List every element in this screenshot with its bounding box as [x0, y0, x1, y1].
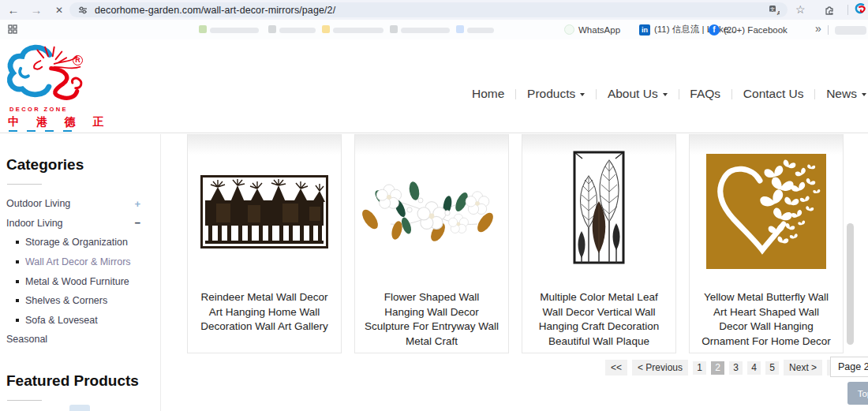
- address-bar[interactable]: decorhome-garden.com/wall-art-decor-mirr…: [69, 2, 788, 17]
- bookmark-star-icon[interactable]: ☆: [795, 3, 806, 16]
- pagination-first-button[interactable]: <<: [605, 360, 627, 376]
- nav-label: Products: [527, 87, 575, 101]
- pagination-page-3[interactable]: 3: [729, 361, 743, 375]
- faded-bookmark[interactable]: [210, 28, 259, 33]
- url-text[interactable]: decorhome-garden.com/wall-art-decor-mirr…: [95, 5, 335, 16]
- main-navigation: Home Products About Us FAQs Contact Us N…: [472, 86, 866, 102]
- pagination-page-2-current[interactable]: 2: [711, 361, 724, 375]
- faded-bookmark[interactable]: [835, 26, 866, 35]
- category-wall-art-decor-mirrors[interactable]: Wall Art Decor & Mirrors: [6, 252, 158, 272]
- product-title[interactable]: Flower Shaped Wall Hanging Wall Decor Sc…: [355, 290, 508, 349]
- pagination-page-4[interactable]: 4: [747, 361, 761, 375]
- nav-item-news[interactable]: News: [826, 87, 866, 101]
- expand-plus-icon[interactable]: +: [134, 198, 140, 210]
- collapse-minus-icon[interactable]: −: [134, 217, 140, 229]
- nav-item-home[interactable]: Home: [472, 87, 504, 101]
- faded-bookmark-icon[interactable]: [456, 25, 464, 33]
- nav-separator: [814, 89, 815, 99]
- product-title[interactable]: Multiple Color Metal Leaf Wall Decor Ver…: [522, 290, 675, 349]
- faded-bookmark[interactable]: [401, 28, 450, 33]
- extensions-icon[interactable]: [824, 4, 836, 16]
- nav-item-products[interactable]: Products: [527, 87, 585, 101]
- product-title[interactable]: Reindeer Metal Wall Decor Art Hanging Ho…: [188, 290, 341, 334]
- category-label: Metal & Wood Furniture: [25, 276, 129, 287]
- page-status-box: Page 2 / 5: [830, 357, 868, 377]
- category-label: Shelves & Corners: [25, 295, 107, 306]
- square-bullet-icon: [16, 280, 19, 283]
- category-seasonal[interactable]: Seasonal: [6, 330, 158, 349]
- product-image: [188, 144, 341, 279]
- nav-separator: [731, 89, 732, 99]
- category-label: Storage & Organization: [25, 237, 128, 248]
- svg-text:A: A: [777, 9, 780, 16]
- nav-label: News: [826, 87, 857, 101]
- bookmarks-divider: [828, 25, 829, 35]
- pagination-previous-button[interactable]: < Previous: [632, 360, 688, 376]
- square-bullet-icon: [16, 299, 19, 302]
- nav-item-faqs[interactable]: FAQs: [690, 87, 720, 101]
- category-label: Wall Art Decor & Mirrors: [25, 256, 131, 267]
- pagination-page-5[interactable]: 5: [765, 361, 779, 375]
- scrollbar-thumb[interactable]: [847, 223, 854, 345]
- metal-leaf-frame-image: [570, 149, 628, 274]
- bookmark-label: (20+) Facebook: [724, 25, 788, 35]
- back-to-top-button[interactable]: Top: [847, 382, 868, 405]
- faded-bookmark-icon[interactable]: [268, 25, 276, 33]
- featured-products-heading: Featured Products: [6, 372, 139, 390]
- translate-icon[interactable]: 文 A: [769, 5, 780, 16]
- chevron-down-icon: [580, 93, 585, 96]
- product-title[interactable]: Yellow Metal Butterfly Wall Art Heart Sh…: [690, 290, 843, 349]
- bookmark-label: WhatsApp: [578, 25, 620, 35]
- square-bullet-icon: [16, 319, 19, 322]
- faded-bookmark[interactable]: [279, 28, 316, 33]
- category-label: Seasonal: [6, 334, 47, 345]
- linkedin-icon: in: [639, 24, 650, 35]
- category-label: Outdoor Living: [6, 198, 70, 209]
- category-outdoor-living[interactable]: Outdoor Living +: [6, 194, 158, 214]
- nav-item-contact-us[interactable]: Contact Us: [743, 87, 804, 101]
- featured-product-peek: [69, 405, 90, 411]
- site-info-icon[interactable]: [78, 6, 88, 15]
- bookmark-whatsapp[interactable]: WhatsApp: [564, 23, 620, 36]
- product-card-leaf[interactable]: Multiple Color Metal Leaf Wall Decor Ver…: [522, 134, 676, 353]
- nav-label: About Us: [608, 87, 658, 101]
- apps-grid-icon[interactable]: [8, 24, 17, 34]
- faded-bookmark-icon[interactable]: [390, 25, 398, 33]
- product-card-flower[interactable]: Flower Shaped Wall Hanging Wall Decor Sc…: [354, 134, 509, 353]
- stop-loading-icon[interactable]: ✕: [49, 0, 69, 20]
- registered-mark: R: [73, 55, 83, 65]
- bookmarks-bar: WhatsApp in (11) 信息流 | Linke... f (20+) …: [0, 20, 868, 39]
- back-icon[interactable]: ←: [3, 0, 24, 20]
- category-indoor-living[interactable]: Indoor Living −: [6, 214, 158, 234]
- profile-extension-icon[interactable]: [854, 2, 867, 16]
- category-metal-wood-furniture[interactable]: Metal & Wood Furniture: [6, 271, 158, 291]
- nav-item-about-us[interactable]: About Us: [608, 87, 668, 101]
- site-logo[interactable]: R DECOR ZONE 中 港 德 正: [5, 41, 107, 132]
- categories-heading: Categories: [6, 156, 84, 174]
- category-storage-organization[interactable]: Storage & Organization: [6, 233, 158, 252]
- browser-window: ← → ✕ decorhome-garden.com/wall-art-deco…: [0, 0, 868, 411]
- heading-underline: [7, 400, 42, 401]
- faded-bookmark[interactable]: [333, 28, 383, 33]
- pagination-page-1[interactable]: 1: [693, 361, 706, 375]
- product-image: [522, 144, 675, 279]
- product-card-butterfly[interactable]: Yellow Metal Butterfly Wall Art Heart Sh…: [689, 134, 844, 353]
- category-shelves-corners[interactable]: Shelves & Corners: [6, 291, 158, 311]
- nav-separator: [596, 89, 597, 99]
- butterfly-heart-plaque-image: [706, 154, 826, 269]
- nav-label: FAQs: [690, 87, 720, 101]
- nav-separator: [679, 89, 679, 99]
- pagination-next-button[interactable]: Next >: [784, 360, 822, 376]
- faded-bookmark-icon[interactable]: [199, 25, 207, 33]
- white-flowers-metal-leaves-image: [359, 178, 505, 245]
- product-card-reindeer[interactable]: Reindeer Metal Wall Decor Art Hanging Ho…: [187, 134, 342, 353]
- bookmarks-overflow-icon[interactable]: »: [815, 22, 821, 35]
- faded-bookmark[interactable]: [467, 28, 494, 33]
- faded-bookmark-icon[interactable]: [322, 25, 330, 33]
- forward-icon[interactable]: →: [26, 0, 47, 20]
- bookmark-facebook[interactable]: f (20+) Facebook: [709, 23, 788, 36]
- chevron-down-icon: [862, 93, 866, 96]
- category-sofa-loveseat[interactable]: Sofa & Loveseat: [6, 311, 158, 331]
- sidebar-divider: [160, 134, 161, 411]
- logo-chinese-text: 中 港 德 正: [8, 115, 107, 132]
